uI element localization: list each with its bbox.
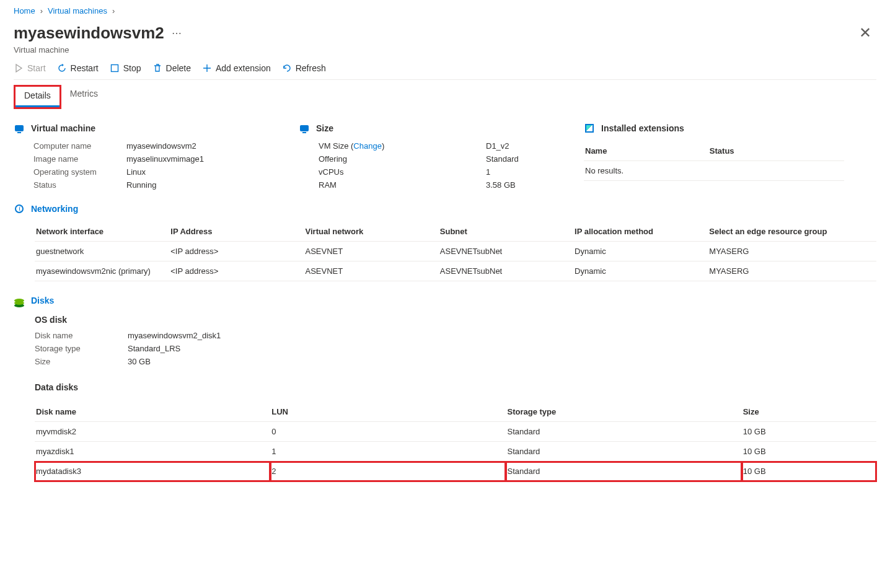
change-size-link[interactable]: Change: [353, 141, 382, 151]
disk-col-name[interactable]: Disk name: [35, 402, 270, 422]
cell-ip: <IP address>: [169, 242, 304, 261]
start-button[interactable]: Start: [14, 63, 46, 73]
osdisk-size-label: Size: [35, 357, 128, 366]
ext-empty: No results.: [584, 161, 844, 181]
refresh-button[interactable]: Refresh: [282, 63, 326, 73]
table-row: No results.: [584, 161, 844, 181]
cell-erg: MYASERG: [708, 242, 876, 261]
net-col-ip[interactable]: IP Address: [169, 222, 304, 242]
play-icon: [14, 63, 24, 73]
osdisk-stype-value: Standard_LRS: [128, 344, 876, 353]
toolbar: Start Restart Stop Delete Add extension …: [14, 63, 876, 80]
disks-section-header[interactable]: Disks: [14, 295, 876, 306]
cell-lun: 2: [270, 462, 506, 481]
add-extension-button[interactable]: Add extension: [202, 63, 271, 73]
cell-stype: Standard: [506, 442, 741, 462]
table-row[interactable]: myasewindowsvm2nic (primary)<IP address>…: [35, 261, 876, 281]
refresh-label: Refresh: [296, 63, 326, 73]
close-button[interactable]: ✕: [854, 22, 876, 44]
refresh-icon: [282, 63, 292, 73]
cell-name: myvmdisk2: [35, 422, 270, 442]
delete-button[interactable]: Delete: [152, 63, 191, 73]
title-row: myasewindowsvm2 ⋯ ✕: [14, 22, 876, 44]
disk-col-size[interactable]: Size: [742, 402, 876, 422]
ext-col-status[interactable]: Status: [708, 141, 844, 161]
table-row[interactable]: guestnetwork<IP address>ASEVNETASEVNETsu…: [35, 242, 876, 261]
cell-subnet: ASEVNETsubNet: [439, 261, 573, 281]
osdisk-size-value: 30 GB: [128, 357, 876, 366]
restart-button[interactable]: Restart: [57, 63, 99, 73]
vm-heading: Virtual machine: [31, 123, 95, 133]
networking-table: Network interface IP Address Virtual net…: [35, 222, 876, 281]
osdisk-name-value: myasewindowsvm2_disk1: [128, 331, 876, 340]
disks-heading: Disks: [31, 296, 54, 305]
tab-details[interactable]: Details: [15, 87, 59, 107]
breadcrumb-home[interactable]: Home: [14, 6, 35, 15]
restart-label: Restart: [71, 63, 99, 73]
image-name-label: Image name: [33, 154, 126, 164]
net-col-erg[interactable]: Select an edge resource group: [708, 222, 876, 242]
more-options-button[interactable]: ⋯: [172, 27, 182, 39]
breadcrumb-virtual-machines[interactable]: Virtual machines: [48, 6, 107, 15]
cell-stype: Standard: [506, 462, 741, 481]
cell-alloc: Dynamic: [573, 242, 708, 261]
restart-icon: [57, 63, 67, 73]
vcpus-value: 1: [486, 167, 571, 177]
cell-ip: <IP address>: [169, 261, 304, 281]
cell-stype: Standard: [506, 422, 741, 442]
cell-size: 10 GB: [742, 442, 876, 462]
cell-subnet: ASEVNETsubNet: [439, 242, 573, 261]
ram-value: 3.58 GB: [486, 180, 571, 190]
cell-alloc: Dynamic: [573, 261, 708, 281]
computer-name-value: myasewindowsvm2: [126, 141, 286, 151]
net-col-subnet[interactable]: Subnet: [439, 222, 573, 242]
cell-erg: MYASERG: [708, 261, 876, 281]
os-value: Linux: [126, 167, 286, 177]
cell-size: 10 GB: [742, 422, 876, 442]
disk-col-lun[interactable]: LUN: [270, 402, 506, 422]
networking-section-header[interactable]: Networking: [14, 203, 876, 214]
stop-icon: [110, 63, 120, 73]
table-row[interactable]: mydatadisk32Standard10 GB: [35, 462, 876, 481]
plus-icon: [202, 63, 212, 73]
vm-section-header: Virtual machine: [14, 123, 286, 134]
cell-nic: myasewindowsvm2nic (primary): [35, 261, 169, 281]
computer-name-label: Computer name: [33, 141, 126, 151]
start-label: Start: [27, 63, 46, 73]
globe-icon: [14, 203, 25, 214]
net-col-vnet[interactable]: Virtual network: [304, 222, 439, 242]
tab-metrics[interactable]: Metrics: [61, 85, 107, 109]
networking-heading: Networking: [31, 204, 78, 214]
extensions-table: Name Status No results.: [584, 141, 844, 181]
ram-label: RAM: [319, 180, 399, 190]
cell-lun: 0: [270, 422, 506, 442]
osdisk-name-label: Disk name: [35, 331, 128, 340]
chevron-right-icon: ›: [40, 6, 43, 15]
details-tab-highlight: Details: [14, 85, 61, 109]
table-row[interactable]: myvmdisk20Standard10 GB: [35, 422, 876, 442]
vm-icon: [14, 123, 25, 134]
stop-button[interactable]: Stop: [110, 63, 141, 73]
data-disks-table: Disk name LUN Storage type Size myvmdisk…: [35, 402, 876, 481]
breadcrumb: Home › Virtual machines ›: [14, 6, 876, 15]
net-col-alloc[interactable]: IP allocation method: [573, 222, 708, 242]
tabs: Details Metrics: [14, 85, 876, 109]
cell-nic: guestnetwork: [35, 242, 169, 261]
page-title: myasewindowsvm2: [14, 24, 164, 43]
cell-vnet: ASEVNET: [304, 261, 439, 281]
vm-icon: [299, 123, 310, 134]
net-col-nic[interactable]: Network interface: [35, 222, 169, 242]
cell-name: mydatadisk3: [35, 462, 270, 481]
disks-icon: [14, 295, 25, 306]
cell-name: myazdisk1: [35, 442, 270, 462]
image-name-value: myaselinuxvmimage1: [126, 154, 286, 164]
stop-label: Stop: [123, 63, 141, 73]
vmsize-label: VM Size (Change): [319, 141, 399, 151]
ext-col-name[interactable]: Name: [584, 141, 708, 161]
delete-label: Delete: [166, 63, 191, 73]
cell-lun: 1: [270, 442, 506, 462]
status-label: Status: [33, 180, 126, 190]
table-row[interactable]: myazdisk11Standard10 GB: [35, 442, 876, 462]
size-section-header: Size: [299, 123, 571, 134]
disk-col-stype[interactable]: Storage type: [506, 402, 741, 422]
